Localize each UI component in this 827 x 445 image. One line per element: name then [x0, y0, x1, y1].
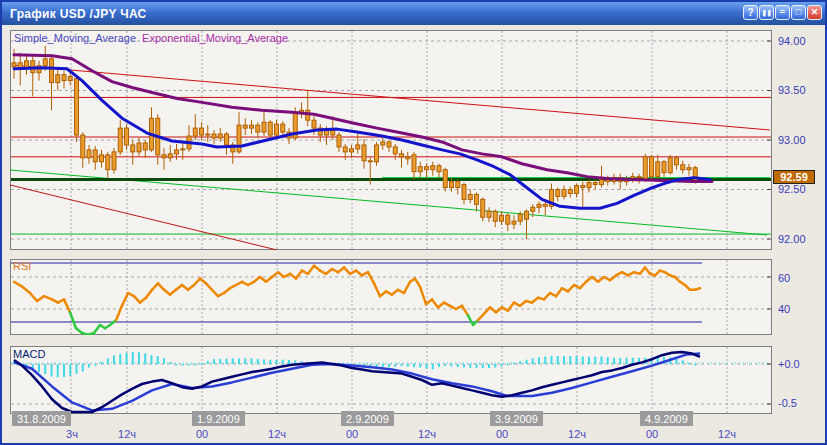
sma-legend-label: Simple_Moving_Average [14, 32, 136, 44]
price-chart-pane[interactable] [10, 30, 772, 250]
time-label-9: 12ч [712, 428, 742, 440]
time-label-5: 12ч [412, 428, 442, 440]
time-label-2: 00 [187, 428, 217, 440]
price-label-94: 94.00 [778, 35, 806, 47]
rsi-pane[interactable] [10, 259, 772, 335]
date-badge-2-9: 2.9.2009 [341, 411, 394, 426]
date-badge-3-9: 3.9.2009 [490, 411, 543, 426]
rsi-tick-40: 40 [778, 303, 790, 315]
price-label-92-50: 92.50 [778, 183, 806, 195]
pause-icon: ❚❚ [761, 10, 771, 16]
macd-label: MACD [13, 348, 45, 360]
help-icon: ? [747, 8, 753, 18]
close-icon: ✕ [811, 8, 819, 17]
minimize-icon: = [780, 8, 785, 17]
indicator-legend: Simple_Moving_AverageExponential_Moving_… [14, 32, 288, 44]
window-title: График USD /JPY ЧАС [10, 7, 147, 21]
price-label-92: 92.00 [778, 233, 806, 245]
window-buttons: ? ❚❚ = □ ✕ [743, 5, 822, 20]
rsi-tick-60: 60 [778, 272, 790, 284]
ema-legend-label: Exponential_Moving_Average [142, 32, 288, 44]
macd-tick-zero: +0.0 [778, 358, 800, 370]
pause-button[interactable]: ❚❚ [759, 5, 774, 20]
chart-window: График USD /JPY ЧАС ? ❚❚ = □ ✕ Simple_Mo… [0, 0, 827, 445]
time-label-3: 12ч [262, 428, 292, 440]
time-label-1: 12ч [112, 428, 142, 440]
time-label-7: 12ч [562, 428, 592, 440]
minimize-button[interactable]: = [775, 5, 790, 20]
price-label-93: 93.00 [778, 134, 806, 146]
time-label-6: 00 [487, 428, 517, 440]
maximize-icon: □ [796, 8, 801, 17]
maximize-button[interactable]: □ [791, 5, 806, 20]
macd-pane[interactable] [10, 346, 772, 414]
date-badge-31-8: 31.8.2009 [12, 411, 71, 426]
rsi-label: RSI [13, 260, 31, 272]
close-button[interactable]: ✕ [807, 5, 822, 20]
date-badge-1-9: 1.9.2009 [192, 411, 245, 426]
current-price-badge: 92.59 [773, 170, 815, 184]
time-label-0: 3ч [57, 428, 87, 440]
time-label-8: 00 [637, 428, 667, 440]
help-button[interactable]: ? [743, 5, 758, 20]
title-bar[interactable]: График USD /JPY ЧАС ? ❚❚ = □ ✕ [2, 2, 825, 25]
macd-tick-minus05: -0.5 [778, 397, 797, 409]
date-badge-4-9: 4.9.2009 [640, 411, 693, 426]
price-label-93-50: 93.50 [778, 84, 806, 96]
time-label-4: 00 [337, 428, 367, 440]
